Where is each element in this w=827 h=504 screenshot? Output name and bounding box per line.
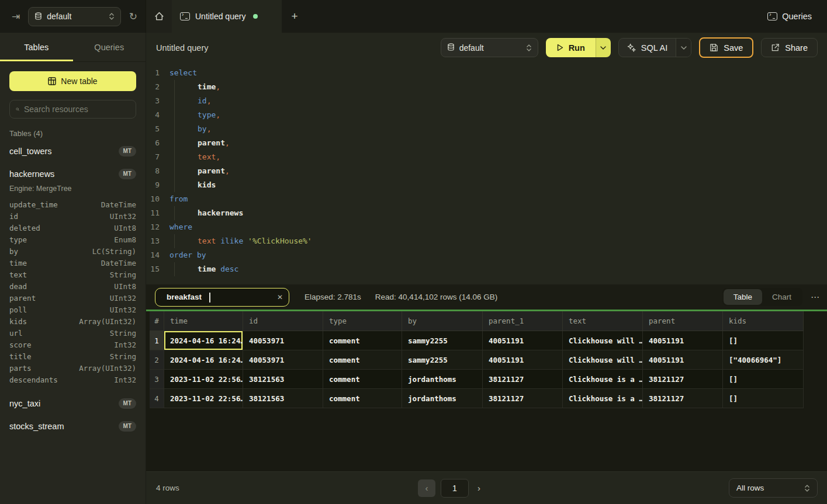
topbar-database-select[interactable]: default xyxy=(28,7,121,26)
header-cell: id xyxy=(243,311,323,331)
clear-icon[interactable]: ✕ xyxy=(277,293,283,301)
sidebar-search-input[interactable] xyxy=(24,105,130,114)
sidebar-table-nyc_taxi[interactable]: nyc_taxi MT xyxy=(9,394,136,413)
table-cell[interactable]: sammy2255 xyxy=(402,350,483,370)
row-number-cell[interactable]: 1 xyxy=(150,331,164,350)
run-button[interactable]: Run xyxy=(546,38,596,57)
table-cell[interactable]: 40053971 xyxy=(243,331,323,350)
share-button[interactable]: Share xyxy=(761,38,818,57)
table-cell[interactable]: 38121127 xyxy=(643,389,723,408)
column-type: UInt32 xyxy=(110,294,136,303)
editor-line: 9kids xyxy=(146,178,827,192)
table-cell[interactable]: 40051191 xyxy=(483,350,563,370)
table-cell[interactable]: comment xyxy=(323,370,402,389)
column-type: String xyxy=(110,270,136,279)
new-tab-button[interactable]: + xyxy=(282,0,307,33)
table-cell[interactable]: 2023-11-02 22:56… xyxy=(164,389,243,408)
sql-ai-options-button[interactable] xyxy=(676,39,691,57)
share-icon xyxy=(771,43,780,52)
query-database-select[interactable]: default xyxy=(441,38,538,57)
table-name: cell_towers xyxy=(9,147,52,156)
code-text: parent, xyxy=(162,136,230,150)
table-cell[interactable]: ["40066964"] xyxy=(723,350,804,370)
sidebar-search[interactable] xyxy=(9,100,136,119)
save-button[interactable]: Save xyxy=(699,37,753,58)
view-toggle-chart[interactable]: Chart xyxy=(762,289,801,305)
page-size-select[interactable]: All rows xyxy=(729,478,818,498)
page-number-button[interactable]: 1 xyxy=(441,479,469,498)
table-cell[interactable]: Clickhouse will … xyxy=(563,350,643,370)
table-cell[interactable]: 2024-04-16 16:24… xyxy=(164,331,243,350)
column-name: descendants xyxy=(9,376,58,384)
table-cell[interactable]: comment xyxy=(323,350,402,370)
code-text: order by xyxy=(162,248,206,262)
sidebar-table-hackernews[interactable]: hackernews MT xyxy=(9,164,136,183)
table-cell[interactable]: Clickhouse will … xyxy=(563,331,643,350)
table-cell[interactable]: 40053971 xyxy=(243,350,323,370)
sidebar-tab-queries[interactable]: Queries xyxy=(73,33,146,61)
sidebar-table-stocks_stream[interactable]: stocks_stream MT xyxy=(9,416,136,436)
table-cell[interactable]: 40051191 xyxy=(483,331,563,350)
table-cell[interactable]: 38121563 xyxy=(243,389,323,408)
row-number-cell[interactable]: 2 xyxy=(150,350,164,370)
table-cell[interactable]: Clickhouse is a … xyxy=(563,370,643,389)
table-cell[interactable]: 38121127 xyxy=(643,370,723,389)
home-tab[interactable] xyxy=(146,0,172,33)
table-cell[interactable]: 2023-11-02 22:56… xyxy=(164,370,243,389)
sql-editor[interactable]: 1select2time,3id,4type,5by,6parent,7text… xyxy=(146,62,827,284)
table-cell[interactable]: 38121127 xyxy=(483,370,563,389)
results-search[interactable]: ✕ xyxy=(155,288,289,307)
table-cell[interactable]: comment xyxy=(323,331,402,350)
search-icon xyxy=(161,293,162,301)
queries-button[interactable]: Queries xyxy=(767,0,827,33)
engine-label: Engine: MergeTree xyxy=(9,185,136,193)
row-number-cell[interactable]: 4 xyxy=(150,389,164,408)
table-cell[interactable]: [] xyxy=(723,331,804,350)
run-options-button[interactable] xyxy=(596,38,611,57)
indent-guide xyxy=(174,136,198,150)
header-cell: kids xyxy=(723,311,804,331)
results-search-input[interactable] xyxy=(167,293,272,301)
table-cell[interactable]: 2024-04-16 16:24… xyxy=(164,350,243,370)
column-row: pollUInt32 xyxy=(9,304,136,315)
editor-line: 13text ilike '%ClickHouse%' xyxy=(146,234,827,248)
code-token: type xyxy=(198,108,216,122)
sql-ai-button[interactable]: SQL AI xyxy=(619,39,676,57)
column-row: update_timeDateTime xyxy=(9,199,136,210)
more-options-icon[interactable]: ⋯ xyxy=(811,292,820,303)
table-cell[interactable]: 40051191 xyxy=(643,331,723,350)
row-number-cell[interactable]: 3 xyxy=(150,370,164,389)
line-number: 9 xyxy=(146,178,162,192)
table-cell[interactable]: 38121563 xyxy=(243,370,323,389)
line-number: 8 xyxy=(146,164,162,178)
indent-guide xyxy=(174,164,198,178)
topbar-database-value: default xyxy=(47,12,104,21)
prev-page-button[interactable]: ‹ xyxy=(418,479,435,497)
sidebar-tab-tables[interactable]: Tables xyxy=(0,33,73,61)
table-cell[interactable]: [] xyxy=(723,389,804,408)
save-label: Save xyxy=(724,43,743,53)
collapse-sidebar-icon[interactable]: ⇥ xyxy=(12,12,20,22)
table-cell[interactable]: 38121127 xyxy=(483,389,563,408)
header-cell: type xyxy=(323,311,402,331)
view-toggle-table[interactable]: Table xyxy=(724,289,762,305)
table-cell[interactable]: [] xyxy=(723,370,804,389)
table-cell[interactable]: sammy2255 xyxy=(402,331,483,350)
indent-guide xyxy=(174,94,198,108)
code-token: desc xyxy=(220,262,238,276)
sidebar-table-cell_towers[interactable]: cell_towers MT xyxy=(9,141,136,161)
next-page-button[interactable]: › xyxy=(474,483,484,493)
table-cell[interactable]: jordanthoms xyxy=(402,389,483,408)
editor-line: 11hackernews xyxy=(146,206,827,220)
engine-badge: MT xyxy=(119,169,136,179)
new-table-button[interactable]: New table xyxy=(9,71,136,91)
table-cell[interactable]: 40051191 xyxy=(643,350,723,370)
line-number: 15 xyxy=(146,262,162,276)
sidebar-body: New table Tables (4) cell_towers MT hack… xyxy=(0,62,146,436)
terminal-icon xyxy=(180,12,190,20)
table-cell[interactable]: jordanthoms xyxy=(402,370,483,389)
table-cell[interactable]: Clickhouse is a … xyxy=(563,389,643,408)
tab-untitled-query[interactable]: Untitled query xyxy=(172,0,282,33)
table-cell[interactable]: comment xyxy=(323,389,402,408)
refresh-icon[interactable]: ↻ xyxy=(129,12,137,22)
